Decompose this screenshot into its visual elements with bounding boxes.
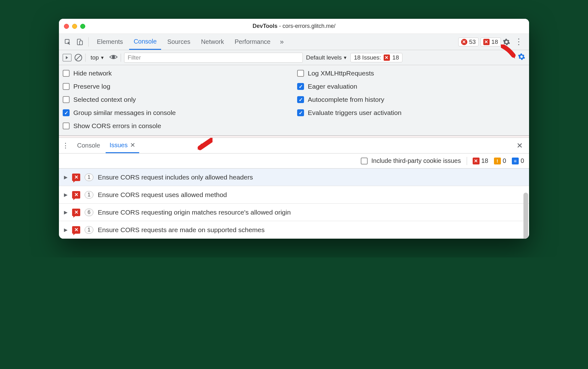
setting-checkbox[interactable]: Group similar messages in console — [63, 109, 291, 117]
issue-title: Ensure CORS request includes only allowe… — [98, 174, 253, 181]
setting-label: Autocomplete from history — [308, 96, 384, 103]
window-title: DevTools - cors-errors.glitch.me/ — [59, 23, 529, 29]
setting-label: Group similar messages in console — [73, 109, 176, 117]
error-count-badge[interactable]: ✕ 53 — [458, 38, 479, 46]
issues-count: 18 — [392, 54, 399, 61]
filter-placeholder: Filter — [128, 54, 141, 61]
tab-network[interactable]: Network — [197, 34, 228, 50]
drawer-menu-icon[interactable]: ⋮ — [62, 142, 71, 150]
setting-checkbox[interactable]: Eager evaluation — [297, 83, 525, 90]
toggle-sidebar-icon[interactable] — [63, 54, 71, 61]
filter-input[interactable]: Filter — [124, 53, 303, 63]
message-count-badge[interactable]: ✕ 18 — [480, 38, 501, 46]
annotation-arrow-gear — [501, 44, 517, 59]
issue-row[interactable]: ▶✕1Ensure CORS requests are made on supp… — [59, 221, 529, 239]
issues-error-count[interactable]: ✕18 — [473, 157, 488, 164]
setting-checkbox[interactable]: Show CORS errors in console — [63, 122, 291, 130]
issue-row[interactable]: ▶✕1Ensure CORS request uses allowed meth… — [59, 186, 529, 204]
setting-checkbox[interactable]: Evaluate triggers user activation — [297, 109, 525, 117]
issues-info-count[interactable]: ≡0 — [512, 157, 524, 164]
issue-count: 1 — [85, 226, 93, 234]
checkbox-icon — [297, 83, 304, 90]
main-tabs: Elements Console Sources Network Perform… — [59, 34, 529, 50]
titlebar: DevTools - cors-errors.glitch.me/ — [59, 19, 529, 34]
console-settings-gear-icon[interactable] — [518, 53, 525, 62]
setting-checkbox[interactable]: Preserve log — [63, 83, 291, 90]
issue-row[interactable]: ▶✕1Ensure CORS request includes only all… — [59, 169, 529, 186]
error-icon: ✕ — [461, 39, 467, 45]
issue-error-icon: ✕ — [72, 226, 80, 234]
setting-checkbox[interactable]: Hide network — [63, 70, 291, 77]
setting-label: Evaluate triggers user activation — [308, 109, 402, 117]
setting-label: Selected context only — [73, 96, 136, 103]
context-selector[interactable]: top▼ — [89, 54, 106, 61]
issue-title: Ensure CORS requesting origin matches re… — [98, 209, 291, 216]
console-toolbar: top▼ Filter Default levels▼ 18 Issues: ✕… — [59, 50, 529, 65]
inspect-icon[interactable] — [63, 37, 73, 47]
issues-badge[interactable]: 18 Issues: ✕ 18 — [350, 53, 402, 62]
tab-sources[interactable]: Sources — [163, 34, 195, 50]
console-settings-panel: Hide networkLog XMLHttpRequestsPreserve … — [59, 65, 529, 136]
svg-point-3 — [112, 56, 115, 58]
message-count: 18 — [491, 39, 498, 45]
setting-checkbox[interactable]: Log XMLHttpRequests — [297, 70, 525, 77]
expand-icon: ▶ — [64, 210, 68, 215]
maximize-window-button[interactable] — [80, 24, 85, 29]
setting-label: Log XMLHttpRequests — [308, 70, 374, 77]
checkbox-icon — [297, 70, 304, 77]
svg-rect-2 — [80, 41, 82, 45]
checkbox-icon — [63, 96, 70, 103]
more-tabs-button[interactable]: » — [277, 38, 287, 46]
live-expression-icon[interactable] — [109, 54, 118, 62]
devtools-window: DevTools - cors-errors.glitch.me/ Elemen… — [59, 19, 529, 239]
issue-title: Ensure CORS requests are made on support… — [98, 226, 265, 234]
tab-console[interactable]: Console — [129, 34, 161, 50]
expand-icon: ▶ — [64, 227, 68, 233]
expand-icon: ▶ — [64, 174, 68, 180]
checkbox-icon — [297, 109, 304, 116]
setting-label: Show CORS errors in console — [73, 122, 161, 130]
drawer-tab-console[interactable]: Console — [73, 138, 104, 153]
divider — [88, 37, 89, 47]
checkbox-icon — [297, 96, 304, 103]
issues-list: ▶✕1Ensure CORS request includes only all… — [59, 169, 529, 239]
issues-chip-icon: ✕ — [384, 55, 390, 61]
scrollbar[interactable] — [523, 193, 528, 239]
close-drawer-icon[interactable]: ✕ — [513, 141, 526, 150]
issue-count: 1 — [85, 191, 93, 199]
close-tab-icon[interactable]: ✕ — [130, 141, 135, 149]
issue-count: 6 — [85, 209, 93, 216]
checkbox-icon — [63, 122, 70, 129]
checkbox-icon — [63, 109, 70, 116]
issues-label: 18 Issues: — [354, 54, 381, 61]
issue-row[interactable]: ▶✕6Ensure CORS requesting origin matches… — [59, 204, 529, 221]
include-thirdparty-checkbox[interactable]: Include third-party cookie issues — [361, 157, 461, 164]
issue-title: Ensure CORS request uses allowed method — [98, 191, 227, 199]
annotation-arrow-cors — [197, 138, 213, 152]
issue-count: 1 — [85, 174, 93, 181]
expand-icon: ▶ — [64, 192, 68, 198]
setting-checkbox[interactable]: Autocomplete from history — [297, 96, 525, 103]
setting-label: Preserve log — [73, 83, 110, 90]
tab-performance[interactable]: Performance — [230, 34, 275, 50]
clear-console-icon[interactable] — [75, 54, 82, 61]
error-count: 53 — [469, 39, 476, 45]
setting-label: Hide network — [73, 70, 112, 77]
setting-checkbox[interactable]: Selected context only — [63, 96, 291, 103]
issues-toolbar: Include third-party cookie issues ✕18 !0… — [59, 153, 529, 169]
drawer-tab-issues[interactable]: Issues✕ — [106, 138, 139, 153]
device-toggle-icon[interactable] — [75, 37, 85, 47]
window-controls — [64, 24, 85, 29]
include-thirdparty-label: Include third-party cookie issues — [371, 157, 461, 164]
checkbox-icon — [63, 83, 70, 90]
issue-error-icon: ✕ — [72, 174, 80, 181]
minimize-window-button[interactable] — [72, 24, 77, 29]
checkbox-icon — [63, 70, 70, 77]
issues-warning-count[interactable]: !0 — [494, 157, 506, 164]
tab-elements[interactable]: Elements — [92, 34, 127, 50]
message-icon: ✕ — [483, 39, 490, 45]
setting-label: Eager evaluation — [308, 83, 357, 90]
issue-error-icon: ✕ — [72, 191, 80, 199]
close-window-button[interactable] — [64, 24, 69, 29]
log-level-selector[interactable]: Default levels▼ — [306, 54, 347, 61]
